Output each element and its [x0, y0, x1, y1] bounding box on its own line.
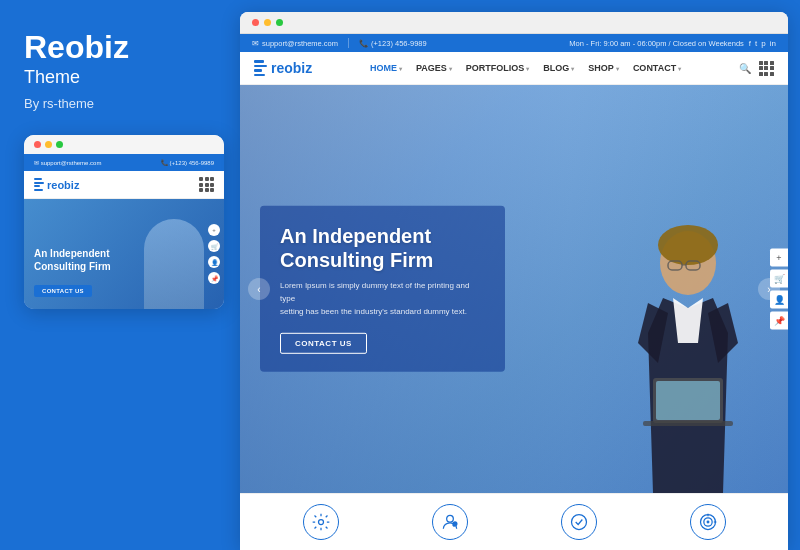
chevron-down-icon: ▾ — [449, 65, 452, 72]
bottom-icon-settings — [303, 504, 339, 540]
topbar-phone: 📞 (+123) 456-9989 — [359, 39, 427, 48]
mobile-side-icon-user[interactable]: 👤 — [208, 256, 220, 268]
hero-side-icon-user[interactable]: 👤 — [770, 291, 788, 309]
svg-rect-7 — [643, 421, 733, 426]
menu-home-label: HOME — [370, 63, 397, 73]
desktop-logo-bars-icon — [254, 60, 267, 76]
nav-grid-icon[interactable] — [759, 61, 774, 76]
svg-point-12 — [571, 515, 586, 530]
menu-item-home[interactable]: HOME ▾ — [370, 63, 402, 73]
mobile-hero: An IndependentConsulting Firm CONTACT US… — [24, 199, 224, 309]
desktop-logo-bar-1 — [254, 60, 264, 63]
mobile-side-icons: + 🛒 👤 📌 — [208, 224, 220, 284]
menu-portfolios-label: PORTFOLIOS — [466, 63, 525, 73]
chevron-down-icon: ▾ — [571, 65, 574, 72]
slider-prev-button[interactable]: ‹ — [248, 278, 270, 300]
topbar-hours: Mon - Fri: 9:00 am - 06:00pm / Closed on… — [569, 39, 744, 48]
social-icons: f t p in — [749, 39, 776, 48]
logo-bars-icon — [34, 178, 44, 191]
mobile-email: ✉ support@rstheme.com — [34, 159, 101, 166]
grid-dot — [205, 188, 209, 192]
pinterest-icon[interactable]: p — [761, 39, 765, 48]
mobile-topbar-info: ✉ support@rstheme.com 📞 (+123) 456-9989 — [24, 154, 224, 171]
menu-contact-label: CONTACT — [633, 63, 676, 73]
hero-title: An IndependentConsulting Firm — [280, 224, 485, 272]
grid-dot — [199, 177, 203, 181]
theme-by: By rs-theme — [24, 96, 216, 111]
settings-icon — [303, 504, 339, 540]
desktop-logo-text: reobiz — [271, 60, 312, 76]
grid-dot — [205, 183, 209, 187]
person-silhouette — [568, 223, 758, 493]
mobile-side-icon-plus[interactable]: + — [208, 224, 220, 236]
desktop-topbar: ✉ support@rstheme.com 📞 (+123) 456-9989 … — [240, 34, 788, 52]
menu-item-blog[interactable]: BLOG ▾ — [543, 63, 574, 73]
chevron-down-icon: ▾ — [526, 65, 529, 72]
dot-red — [34, 141, 41, 148]
desktop-nav: reobiz HOME ▾ PAGES ▾ PORTFOLIOS ▾ BLOG … — [240, 52, 788, 85]
left-panel: Reobiz Theme By rs-theme ✉ support@rsthe… — [0, 0, 240, 550]
twitter-icon[interactable]: t — [755, 39, 757, 48]
desktop-logo: reobiz — [254, 60, 312, 76]
target-icon — [690, 504, 726, 540]
mobile-side-icon-pin[interactable]: 📌 — [208, 272, 220, 284]
svg-rect-6 — [656, 381, 720, 420]
mobile-logo-text: reobiz — [47, 179, 79, 191]
grid-dot — [210, 177, 214, 181]
logo-bar-2 — [34, 182, 44, 184]
mobile-menu-icon[interactable] — [199, 177, 214, 192]
mobile-browser-bar — [24, 135, 224, 154]
hero-content-box: An IndependentConsulting Firm Lorem Ipsu… — [260, 206, 505, 372]
bottom-icon-person: $ — [432, 504, 468, 540]
chevron-down-icon: ▾ — [616, 65, 619, 72]
svg-point-15 — [707, 521, 709, 523]
mobile-hero-content: An IndependentConsulting Firm CONTACT US — [34, 247, 111, 297]
topbar-divider — [348, 38, 349, 48]
menu-pages-label: PAGES — [416, 63, 447, 73]
theme-subtitle: Theme — [24, 67, 216, 88]
chevron-down-icon: ▾ — [678, 65, 681, 72]
email-icon: ✉ — [252, 39, 259, 48]
check-icon — [561, 504, 597, 540]
menu-item-pages[interactable]: PAGES ▾ — [416, 63, 452, 73]
bottom-icon-target — [690, 504, 726, 540]
mobile-side-icon-cart[interactable]: 🛒 — [208, 240, 220, 252]
nav-icons: 🔍 — [739, 61, 774, 76]
mobile-cta-button[interactable]: CONTACT US — [34, 285, 92, 297]
mobile-person-shape — [144, 219, 204, 309]
hero-person-area — [558, 85, 758, 493]
grid-dot — [199, 188, 203, 192]
desktop-logo-bar-4 — [254, 74, 265, 77]
browser-dot-red — [252, 19, 259, 26]
svg-point-8 — [318, 520, 323, 525]
menu-item-shop[interactable]: SHOP ▾ — [588, 63, 619, 73]
menu-shop-label: SHOP — [588, 63, 614, 73]
menu-blog-label: BLOG — [543, 63, 569, 73]
hero-side-icon-plus[interactable]: + — [770, 249, 788, 267]
person-icon: $ — [432, 504, 468, 540]
topbar-right: Mon - Fri: 9:00 am - 06:00pm / Closed on… — [569, 39, 776, 48]
hero-side-icon-pin[interactable]: 📌 — [770, 312, 788, 330]
dot-yellow — [45, 141, 52, 148]
bottom-icons-section: $ — [240, 493, 788, 550]
topbar-left: ✉ support@rstheme.com 📞 (+123) 456-9989 — [252, 38, 427, 48]
desktop-logo-bar-2 — [254, 65, 267, 68]
search-icon[interactable]: 🔍 — [739, 63, 751, 74]
instagram-icon[interactable]: in — [770, 39, 776, 48]
desktop-logo-bar-3 — [254, 69, 262, 72]
mobile-phone: 📞 (+123) 456-9989 — [161, 159, 214, 166]
grid-dot — [210, 188, 214, 192]
menu-item-contact[interactable]: CONTACT ▾ — [633, 63, 681, 73]
hero-side-icon-cart[interactable]: 🛒 — [770, 270, 788, 288]
facebook-icon[interactable]: f — [749, 39, 751, 48]
bottom-icon-check — [561, 504, 597, 540]
mobile-mockup: ✉ support@rstheme.com 📞 (+123) 456-9989 … — [24, 135, 224, 309]
chevron-down-icon: ▾ — [399, 65, 402, 72]
browser-dot-green — [276, 19, 283, 26]
hero-cta-button[interactable]: CONTACT US — [280, 333, 367, 354]
topbar-email: ✉ support@rstheme.com — [252, 39, 338, 48]
menu-item-portfolios[interactable]: PORTFOLIOS ▾ — [466, 63, 530, 73]
dot-green — [56, 141, 63, 148]
mobile-nav: reobiz — [24, 171, 224, 199]
desktop-menu: HOME ▾ PAGES ▾ PORTFOLIOS ▾ BLOG ▾ SHOP … — [370, 63, 681, 73]
